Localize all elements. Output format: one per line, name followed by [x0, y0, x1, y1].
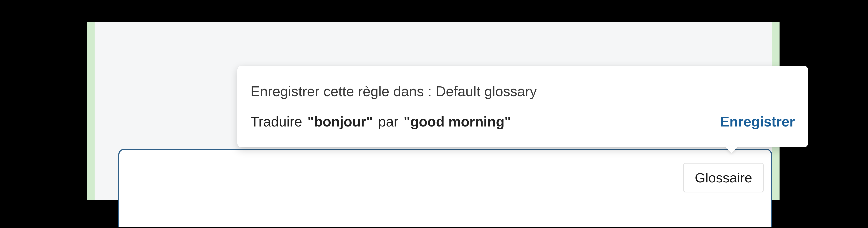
screenshot-stage: Glossaire Enregistrer cette règle dans :…: [0, 0, 868, 228]
popup-target-term: "good morning": [404, 114, 511, 130]
glossary-tab-button[interactable]: Glossaire: [683, 163, 764, 192]
popup-title-line: Enregistrer cette règle dans : Default g…: [250, 83, 795, 99]
panel-frame: Glossaire Enregistrer cette règle dans :…: [87, 22, 779, 200]
glossary-tab-label: Glossaire: [695, 170, 752, 186]
panel-background: Glossaire Enregistrer cette règle dans :…: [95, 22, 772, 200]
popup-by-label: par: [378, 114, 399, 130]
glossary-rule-popup: Enregistrer cette règle dans : Default g…: [237, 66, 808, 147]
popup-translate-label: Traduire: [250, 114, 302, 130]
popup-save-rule-prefix: Enregistrer cette règle dans :: [250, 84, 432, 99]
popup-source-term: "bonjour": [307, 114, 373, 130]
popup-rule-line: Traduire "bonjour" par "good morning" En…: [250, 114, 795, 130]
popup-glossary-name: Default glossary: [436, 84, 537, 99]
popup-save-button[interactable]: Enregistrer: [707, 114, 795, 130]
translation-text-area[interactable]: [118, 149, 772, 227]
